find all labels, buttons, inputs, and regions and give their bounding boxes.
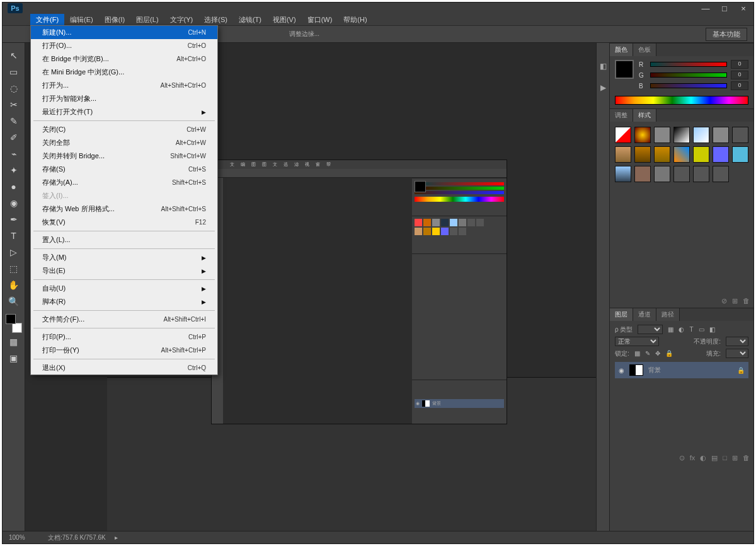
tool-9[interactable]: ◉ [6, 195, 22, 211]
value-B[interactable]: 0 [731, 81, 748, 90]
style-swatch[interactable] [713, 146, 729, 163]
tab-channels[interactable]: 通道 [633, 308, 656, 321]
menu-item[interactable]: 在 Mini Bridge 中浏览(G)... [31, 66, 217, 79]
menu-item[interactable]: 自动(U)▶ [31, 282, 217, 295]
slider-G[interactable] [650, 73, 727, 78]
layer-footer-1[interactable]: fx [690, 454, 696, 462]
layer-footer-5[interactable]: ⊞ [732, 454, 738, 462]
menu-7[interactable]: 视图(V) [267, 14, 302, 26]
tool-10[interactable]: ✒ [6, 212, 22, 227]
style-swatch[interactable] [654, 166, 670, 182]
fill-select[interactable] [726, 349, 748, 358]
menu-item[interactable]: 导出(E)▶ [31, 264, 217, 277]
menu-9[interactable]: 帮助(H) [338, 14, 372, 26]
menu-3[interactable]: 图层(L) [130, 14, 164, 26]
menu-item[interactable]: 导入(M)▶ [31, 251, 217, 264]
tool-4[interactable]: ✎ [6, 113, 22, 129]
menu-item[interactable]: 存储为(A)...Shift+Ctrl+S [31, 176, 217, 189]
lock-pos-icon[interactable]: ✥ [655, 350, 660, 357]
menu-6[interactable]: 滤镜(T) [233, 14, 267, 26]
blend-select[interactable]: 正常 [615, 337, 659, 346]
lock-all-icon[interactable]: 🔒 [665, 350, 673, 357]
style-swatch[interactable] [615, 146, 631, 163]
menu-0[interactable]: 文件(F) [30, 14, 64, 26]
dock-collapse-strip[interactable]: ◧ ▶ [596, 43, 610, 531]
filter-adj-icon[interactable]: ◐ [679, 326, 684, 333]
menu-item[interactable]: 最近打开文件(T)▶ [31, 105, 217, 119]
menu-item[interactable]: 关闭并转到 Bridge...Shift+Ctrl+W [31, 149, 217, 163]
new-style-icon[interactable]: ⊞ [732, 297, 738, 305]
style-swatch[interactable] [615, 166, 631, 182]
layer-item-background[interactable]: ◉ 背景 🔒 [615, 362, 748, 378]
tab-color[interactable]: 颜色 [610, 44, 633, 56]
layer-footer-0[interactable]: ⊙ [679, 454, 685, 462]
spectrum-bar[interactable] [615, 96, 748, 105]
menu-item[interactable]: 打印一份(Y)Alt+Shift+Ctrl+P [31, 344, 217, 357]
tool-6[interactable]: ⌁ [6, 146, 22, 161]
style-swatch[interactable] [732, 146, 748, 163]
style-swatch[interactable] [634, 146, 651, 163]
tool-2[interactable]: ◌ [6, 81, 22, 96]
style-swatch[interactable] [673, 127, 690, 143]
kind-select[interactable] [638, 325, 663, 334]
filter-text-icon[interactable]: T [689, 326, 693, 333]
lock-trans-icon[interactable]: ▦ [634, 350, 640, 357]
menu-item[interactable]: 存储(S)Ctrl+S [31, 163, 217, 176]
menu-item[interactable]: 打开为...Alt+Shift+Ctrl+O [31, 79, 217, 92]
clear-style-icon[interactable]: ⊘ [721, 297, 727, 305]
layer-footer-4[interactable]: □ [723, 454, 727, 462]
foreground-swatch[interactable] [615, 60, 634, 79]
tool-8[interactable]: ● [6, 179, 22, 194]
menu-5[interactable]: 选择(S) [198, 14, 233, 26]
style-swatch[interactable] [693, 127, 709, 143]
tool-15[interactable]: 🔍 [6, 294, 22, 309]
bg-color[interactable] [12, 323, 22, 333]
play-icon[interactable]: ▶ [600, 83, 606, 92]
menu-item[interactable]: 关闭全部Alt+Ctrl+W [31, 136, 217, 149]
tab-paths[interactable]: 路径 [656, 308, 680, 321]
opacity-select[interactable] [726, 337, 748, 346]
trash-icon[interactable]: 🗑 [743, 297, 750, 305]
style-swatch[interactable] [713, 127, 729, 143]
filter-shape-icon[interactable]: ▭ [699, 326, 704, 333]
tool-0[interactable]: ↖ [6, 48, 22, 63]
tool-7[interactable]: ✦ [6, 163, 22, 178]
tool-11[interactable]: T [6, 228, 22, 243]
tab-adjust[interactable]: 调整 [610, 109, 633, 122]
tool-1[interactable]: ▭ [6, 64, 22, 79]
menu-item[interactable]: 退出(X)Ctrl+Q [31, 361, 217, 375]
maximize-button[interactable]: □ [719, 4, 730, 13]
lock-paint-icon[interactable]: ✎ [645, 350, 650, 357]
tool-12[interactable]: ▷ [6, 245, 22, 260]
tool-5[interactable]: ✐ [6, 130, 22, 145]
close-button[interactable]: × [738, 4, 748, 13]
layer-footer-6[interactable]: 🗑 [743, 454, 750, 462]
style-swatch[interactable] [673, 166, 690, 182]
slider-B[interactable] [650, 83, 727, 88]
tool-3[interactable]: ✂ [6, 97, 22, 112]
menu-1[interactable]: 编辑(E) [64, 14, 99, 26]
value-G[interactable]: 0 [731, 71, 748, 79]
menu-item[interactable]: 存储为 Web 所用格式...Alt+Shift+Ctrl+S [31, 202, 217, 216]
menu-item[interactable]: 恢复(V)F12 [31, 216, 217, 229]
minimize-button[interactable]: — [701, 4, 711, 13]
style-swatch[interactable] [693, 146, 709, 163]
toolmode-1[interactable]: ▣ [6, 351, 22, 366]
style-swatch[interactable] [673, 146, 690, 163]
style-swatch[interactable] [634, 127, 651, 143]
menu-item[interactable]: 置入(L)... [31, 233, 217, 247]
filter-img-icon[interactable]: ▦ [668, 326, 673, 333]
toolmode-0[interactable]: ▦ [6, 334, 22, 349]
tool-13[interactable]: ⬚ [6, 261, 22, 276]
tab-styles[interactable]: 样式 [633, 109, 656, 122]
style-swatch[interactable] [654, 127, 670, 143]
filter-smart-icon[interactable]: ◧ [709, 326, 715, 333]
menu-item[interactable]: 文件简介(F)...Alt+Shift+Ctrl+I [31, 313, 217, 326]
zoom-level[interactable]: 100% [9, 534, 39, 541]
value-R[interactable]: 0 [731, 60, 748, 69]
tool-14[interactable]: ✋ [6, 277, 22, 293]
opt-refine[interactable]: 调整边缘... [289, 30, 319, 38]
style-swatch[interactable] [713, 166, 729, 182]
tab-layers[interactable]: 图层 [610, 308, 633, 321]
menu-item[interactable]: 打开为智能对象... [31, 92, 217, 105]
